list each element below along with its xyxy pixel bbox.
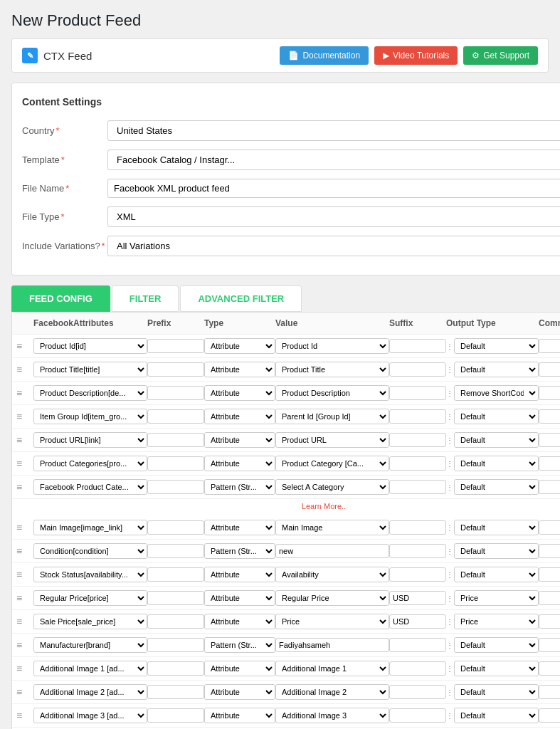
- command-input[interactable]: [539, 456, 560, 471]
- drag-handle-icon[interactable]: ≡: [16, 686, 33, 698]
- type-select[interactable]: Attribute: [204, 590, 275, 606]
- value-select[interactable]: Product Id: [275, 338, 389, 354]
- fb-attr-select[interactable]: Product Description[de...: [33, 385, 147, 401]
- value-select[interactable]: Availability: [275, 567, 389, 582]
- output-select[interactable]: Default: [454, 362, 539, 377]
- type-select[interactable]: Attribute: [204, 456, 275, 471]
- value-select[interactable]: Select A Category: [275, 479, 389, 495]
- output-select[interactable]: Default: [454, 661, 539, 676]
- value-select[interactable]: Product Description: [275, 385, 389, 401]
- fb-attr-select[interactable]: Regular Price[price]: [33, 590, 147, 606]
- prefix-input[interactable]: [147, 433, 204, 447]
- type-select[interactable]: Attribute: [204, 661, 275, 676]
- drag-handle-icon[interactable]: ≡: [16, 411, 33, 422]
- type-select[interactable]: Attribute: [204, 362, 275, 377]
- drag-handle-icon[interactable]: ≡: [16, 639, 33, 651]
- template-select[interactable]: Facebook Catalog / Instagr...: [107, 150, 560, 170]
- command-input[interactable]: [539, 708, 560, 723]
- type-select[interactable]: Attribute: [204, 520, 275, 535]
- type-select[interactable]: Attribute: [204, 385, 275, 401]
- learn-more-link[interactable]: Learn More..: [12, 502, 560, 510]
- include-variations-select[interactable]: All Variations: [107, 236, 560, 256]
- command-input[interactable]: [539, 544, 560, 558]
- output-select[interactable]: Default: [454, 432, 539, 448]
- command-input[interactable]: [539, 386, 560, 400]
- output-select[interactable]: Default: [454, 708, 539, 723]
- prefix-input[interactable]: [147, 567, 204, 582]
- suffix-input[interactable]: [389, 433, 446, 447]
- fb-attr-select[interactable]: Item Group Id[item_gro...: [33, 409, 147, 424]
- drag-handle-icon[interactable]: ≡: [16, 592, 33, 604]
- type-select[interactable]: Pattern (Str...: [204, 637, 275, 653]
- filetype-select[interactable]: XML: [107, 206, 560, 227]
- suffix-input[interactable]: [389, 567, 446, 582]
- prefix-input[interactable]: [147, 661, 204, 676]
- drag-handle-icon[interactable]: ≡: [16, 616, 33, 627]
- command-input[interactable]: [539, 339, 560, 353]
- documentation-button[interactable]: 📄 Documentation: [280, 46, 369, 65]
- command-input[interactable]: [539, 614, 560, 629]
- tab-feed-config[interactable]: FEED CONFIG: [11, 285, 110, 312]
- output-select[interactable]: Price: [454, 590, 539, 606]
- output-select[interactable]: Default: [454, 567, 539, 582]
- suffix-input[interactable]: [389, 362, 446, 377]
- fb-attr-select[interactable]: Additional Image 3 [ad...: [33, 708, 147, 723]
- drag-handle-icon[interactable]: ≡: [16, 663, 33, 674]
- suffix-input[interactable]: [389, 661, 446, 676]
- fb-attr-select[interactable]: Product Categories[pro...: [33, 456, 147, 471]
- value-select[interactable]: Regular Price: [275, 590, 389, 606]
- fb-attr-select[interactable]: Main Image[image_link]: [33, 520, 147, 535]
- video-tutorials-button[interactable]: ▶ Video Tutorials: [374, 46, 458, 65]
- suffix-input[interactable]: [389, 520, 446, 535]
- drag-handle-icon[interactable]: ≡: [16, 569, 33, 580]
- command-input[interactable]: [539, 567, 560, 582]
- drag-handle-icon[interactable]: ≡: [16, 387, 33, 399]
- value-select[interactable]: Main Image: [275, 520, 389, 535]
- value-select[interactable]: Product Title: [275, 362, 389, 377]
- filename-input[interactable]: [107, 179, 560, 198]
- command-input[interactable]: [539, 685, 560, 699]
- drag-handle-icon[interactable]: ≡: [16, 434, 33, 446]
- fb-attr-select[interactable]: Condition[condition]: [33, 543, 147, 559]
- type-select[interactable]: Attribute: [204, 338, 275, 354]
- suffix-input[interactable]: [389, 409, 446, 424]
- command-input[interactable]: [539, 520, 560, 535]
- prefix-input[interactable]: [147, 544, 204, 558]
- suffix-input[interactable]: [389, 456, 446, 471]
- suffix-input[interactable]: [389, 685, 446, 699]
- drag-handle-icon[interactable]: ≡: [16, 545, 33, 557]
- prefix-input[interactable]: [147, 386, 204, 400]
- drag-handle-icon[interactable]: ≡: [16, 340, 33, 352]
- drag-handle-icon[interactable]: ≡: [16, 481, 33, 493]
- type-select[interactable]: Attribute: [204, 684, 275, 700]
- fb-attr-select[interactable]: Product URL[link]: [33, 432, 147, 448]
- suffix-input[interactable]: [389, 544, 446, 558]
- value-select[interactable]: Additional Image 1: [275, 661, 389, 676]
- output-select[interactable]: Remove ShortCodes: [454, 385, 539, 401]
- tab-advanced-filter[interactable]: ADVANCED FILTER: [180, 285, 302, 312]
- value-select[interactable]: Price: [275, 614, 389, 629]
- output-select[interactable]: Price: [454, 614, 539, 629]
- suffix-input[interactable]: [389, 708, 446, 723]
- output-select[interactable]: Default: [454, 543, 539, 559]
- command-input[interactable]: [539, 409, 560, 424]
- output-select[interactable]: Default: [454, 338, 539, 354]
- prefix-input[interactable]: [147, 409, 204, 424]
- value-select[interactable]: Product URL: [275, 432, 389, 448]
- type-select[interactable]: Attribute: [204, 708, 275, 723]
- prefix-input[interactable]: [147, 591, 204, 605]
- fb-attr-select[interactable]: Stock Status[availability...: [33, 567, 147, 582]
- output-select[interactable]: Default: [454, 409, 539, 424]
- type-select[interactable]: Attribute: [204, 567, 275, 582]
- command-input[interactable]: [539, 362, 560, 377]
- output-select[interactable]: Default: [454, 520, 539, 535]
- type-select[interactable]: Attribute: [204, 614, 275, 629]
- suffix-input[interactable]: [389, 614, 446, 629]
- prefix-input[interactable]: [147, 685, 204, 699]
- value-input[interactable]: [275, 638, 389, 652]
- command-input[interactable]: [539, 480, 560, 494]
- command-input[interactable]: [539, 638, 560, 652]
- drag-handle-icon[interactable]: ≡: [16, 458, 33, 469]
- output-select[interactable]: Default: [454, 456, 539, 471]
- fb-attr-select[interactable]: Product Id[id]: [33, 338, 147, 354]
